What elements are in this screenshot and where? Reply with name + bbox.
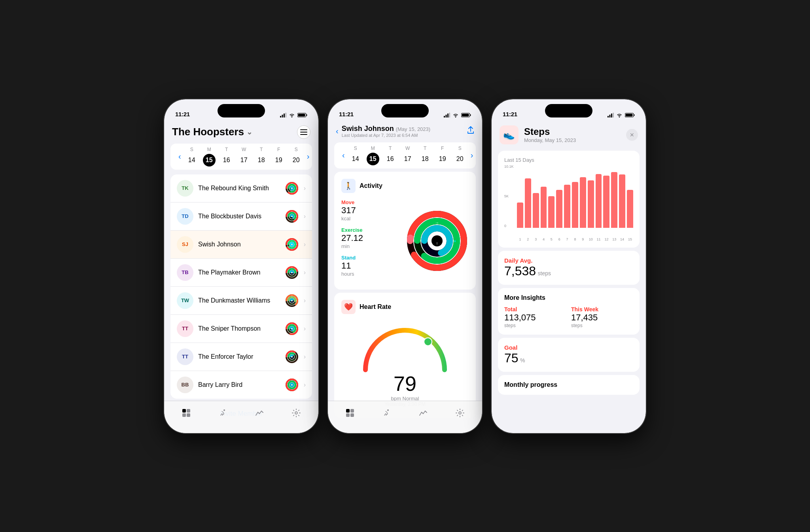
x-axis: 1 2 3 4 5 6 7 8 9 10 11 12 13 14 xyxy=(504,237,633,241)
hr-gauge-svg xyxy=(358,324,452,376)
tab-bar-2 xyxy=(328,401,482,433)
activity-stats: Move 317 kcal Exercise 27.12 xyxy=(341,199,397,282)
cal-day-4[interactable]: T 18 xyxy=(254,147,269,167)
share-button[interactable] xyxy=(467,126,474,136)
member-item-2[interactable]: SJ Swish Johnson › xyxy=(170,231,312,259)
svg-rect-7 xyxy=(300,129,307,130)
exercise-value-row: 27.12 xyxy=(341,233,397,243)
p1-title[interactable]: The Hoopsters ⌄ xyxy=(172,126,252,138)
member-item-7[interactable]: BB Barry Larry Bird › xyxy=(170,371,312,399)
cal-prev-2[interactable]: ‹ xyxy=(339,149,348,161)
cal-day-2[interactable]: T 16 xyxy=(219,147,234,167)
bar-9 xyxy=(580,177,586,228)
member-item-3[interactable]: TB The Playmaker Brown › xyxy=(170,259,312,287)
svg-rect-69 xyxy=(462,114,469,116)
signal-icon-1 xyxy=(280,113,286,117)
tab-activity[interactable] xyxy=(205,408,242,418)
cal-days-2: S14 M15 T16 W17 T18 F19 S20 xyxy=(348,146,467,165)
wifi-icon-2 xyxy=(452,113,459,117)
bar-11 xyxy=(596,174,602,228)
phone-1: 11:21 The Hoopsters ⌄ xyxy=(164,99,318,433)
p2-header: ‹ Swish Johnson (May 15, 2023) Last Upda… xyxy=(328,121,482,141)
move-value-row: 317 xyxy=(341,205,397,216)
activity-body: Move 317 kcal Exercise 27.12 xyxy=(341,199,469,282)
avatar-6: TT xyxy=(177,348,193,365)
hr-value: 79 xyxy=(394,372,416,396)
svg-rect-94 xyxy=(626,114,633,116)
member-item-1[interactable]: TD The Blockbuster Davis › xyxy=(170,203,312,231)
chart-card: Last 15 Days xyxy=(498,151,640,248)
cal-day-6[interactable]: S 20 xyxy=(289,147,304,167)
svg-point-63 xyxy=(295,412,297,414)
svg-rect-90 xyxy=(609,115,611,117)
cal-day-name-2: T xyxy=(225,147,228,152)
rings-icon-7 xyxy=(285,378,299,392)
gear-icon-2 xyxy=(455,408,465,418)
insights-title: More Insights xyxy=(504,294,633,301)
cal-day-3[interactable]: W 17 xyxy=(237,147,252,167)
total-value-row: 113,075 xyxy=(504,312,566,323)
menu-button[interactable] xyxy=(297,125,310,139)
tab2-grid[interactable] xyxy=(332,408,369,418)
y-max: 10.1K xyxy=(504,165,516,168)
bar-2 xyxy=(525,178,531,228)
svg-point-87 xyxy=(387,409,389,411)
daily-avg-value-row: 7,538 steps xyxy=(504,264,633,278)
cal-next-2[interactable]: › xyxy=(467,149,477,161)
grid-icon xyxy=(182,408,191,418)
y-mid: 5K xyxy=(504,194,516,198)
tab-grid[interactable] xyxy=(168,408,205,418)
cal-day-name-4: T xyxy=(260,147,263,152)
bar-14 xyxy=(619,174,625,227)
rings-icon-0 xyxy=(285,181,299,195)
back-button[interactable]: ‹ xyxy=(336,127,339,136)
svg-rect-58 xyxy=(182,409,186,413)
this-week-value: 17,435 xyxy=(571,312,598,322)
tab2-activity[interactable] xyxy=(369,408,405,418)
tab-trends[interactable] xyxy=(241,408,278,418)
cal-day-num-6: 20 xyxy=(290,154,303,167)
bar-15 xyxy=(627,190,633,228)
monthly-card: Monthly progress xyxy=(498,375,640,395)
cal-days-1: S 14 M 15 T 16 W 17 xyxy=(184,147,304,167)
chart-icon xyxy=(255,408,264,418)
tab2-settings[interactable] xyxy=(442,408,479,418)
svg-rect-95 xyxy=(634,114,635,116)
svg-text:→: → xyxy=(435,220,439,225)
calendar-strip-2: ‹ S14 M15 T16 W17 T18 F19 S20 › xyxy=(334,142,476,168)
cal-next-1[interactable]: › xyxy=(304,150,313,163)
member-item-4[interactable]: TW The Dunkmaster Williams › xyxy=(170,287,312,315)
avatar-1: TD xyxy=(177,208,193,225)
this-week-value-row: 17,435 xyxy=(571,312,633,323)
hamburger-icon xyxy=(300,129,307,135)
cal-prev-1[interactable]: ‹ xyxy=(175,150,184,163)
exercise-stat: Exercise 27.12 min xyxy=(341,227,397,249)
svg-rect-67 xyxy=(449,113,450,117)
phones-container: 11:21 The Hoopsters ⌄ xyxy=(164,99,646,433)
svg-rect-6 xyxy=(307,114,307,116)
member-item-6[interactable]: TT The Enforcer Taylor › xyxy=(170,343,312,371)
svg-rect-86 xyxy=(350,413,354,417)
team-name: The Hoopsters xyxy=(172,126,244,138)
cal-day-name-6: S xyxy=(295,147,298,152)
move-unit: kcal xyxy=(341,216,397,222)
bar-3 xyxy=(533,193,539,228)
run-icon-2 xyxy=(382,408,392,418)
avatar-3: TB xyxy=(177,264,193,281)
member-item-0[interactable]: TK The Rebound King Smith › xyxy=(170,174,312,203)
svg-point-27 xyxy=(290,243,293,246)
rings-icon-4 xyxy=(285,293,299,308)
bar-13 xyxy=(611,172,617,228)
cal-day-1[interactable]: M 15 xyxy=(202,147,217,167)
close-button[interactable]: ✕ xyxy=(626,129,638,141)
cal-day-5[interactable]: F 19 xyxy=(271,147,286,167)
tab2-trends[interactable] xyxy=(405,408,442,418)
cal-day-0[interactable]: S 14 xyxy=(184,147,199,167)
member-item-5[interactable]: TT The Sniper Thompson › xyxy=(170,315,312,343)
tab-settings[interactable] xyxy=(278,408,315,418)
battery-icon-3 xyxy=(625,113,635,117)
svg-rect-59 xyxy=(187,409,190,413)
chart-title: Last 15 Days xyxy=(504,157,633,163)
goal-value: 75 xyxy=(504,351,519,365)
rings-icon-2 xyxy=(285,237,299,252)
